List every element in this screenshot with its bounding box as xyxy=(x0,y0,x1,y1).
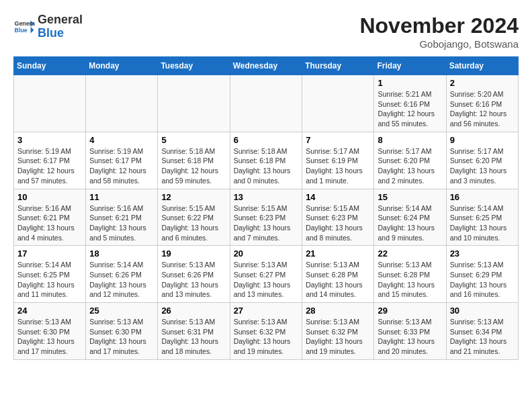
day-info: Sunrise: 5:20 AM Sunset: 6:16 PM Dayligh… xyxy=(450,89,515,129)
weekday-header-tuesday: Tuesday xyxy=(158,57,230,75)
day-cell-16: 16Sunrise: 5:14 AM Sunset: 6:25 PM Dayli… xyxy=(446,189,518,246)
day-cell-18: 18Sunrise: 5:14 AM Sunset: 6:26 PM Dayli… xyxy=(86,246,158,303)
day-info: Sunrise: 5:14 AM Sunset: 6:25 PM Dayligh… xyxy=(450,203,515,243)
day-number: 8 xyxy=(378,135,442,145)
calendar-table: SundayMondayTuesdayWednesdayThursdayFrid… xyxy=(13,56,519,360)
week-row-1: 1Sunrise: 5:21 AM Sunset: 6:16 PM Daylig… xyxy=(14,75,519,132)
day-number: 20 xyxy=(234,248,299,259)
day-info: Sunrise: 5:14 AM Sunset: 6:26 PM Dayligh… xyxy=(89,260,154,300)
day-info: Sunrise: 5:15 AM Sunset: 6:22 PM Dayligh… xyxy=(161,203,226,243)
day-cell-4: 4Sunrise: 5:19 AM Sunset: 6:17 PM Daylig… xyxy=(86,132,158,189)
day-info: Sunrise: 5:15 AM Sunset: 6:23 PM Dayligh… xyxy=(306,203,370,243)
day-number: 10 xyxy=(17,192,82,202)
empty-cell xyxy=(14,75,86,132)
day-number: 30 xyxy=(450,306,515,316)
weekday-header-monday: Monday xyxy=(86,57,158,75)
day-number: 9 xyxy=(450,135,515,145)
day-cell-3: 3Sunrise: 5:19 AM Sunset: 6:17 PM Daylig… xyxy=(14,132,86,189)
day-number: 29 xyxy=(378,306,442,316)
weekday-header-wednesday: Wednesday xyxy=(230,57,302,75)
day-number: 7 xyxy=(306,135,370,145)
day-number: 24 xyxy=(17,306,82,316)
day-cell-23: 23Sunrise: 5:13 AM Sunset: 6:29 PM Dayli… xyxy=(446,246,518,303)
day-number: 16 xyxy=(450,192,515,202)
day-cell-13: 13Sunrise: 5:15 AM Sunset: 6:23 PM Dayli… xyxy=(230,189,302,246)
day-number: 27 xyxy=(234,306,299,316)
day-cell-10: 10Sunrise: 5:16 AM Sunset: 6:21 PM Dayli… xyxy=(14,189,86,246)
day-info: Sunrise: 5:14 AM Sunset: 6:25 PM Dayligh… xyxy=(17,260,82,300)
day-cell-7: 7Sunrise: 5:17 AM Sunset: 6:19 PM Daylig… xyxy=(302,132,374,189)
logo-icon: General Blue xyxy=(13,16,35,38)
day-cell-28: 28Sunrise: 5:13 AM Sunset: 6:32 PM Dayli… xyxy=(302,303,374,360)
day-cell-27: 27Sunrise: 5:13 AM Sunset: 6:32 PM Dayli… xyxy=(230,303,302,360)
day-number: 11 xyxy=(89,192,154,202)
month-title: November 2024 xyxy=(359,13,519,38)
page-header: General Blue General Blue November 2024 … xyxy=(13,13,519,50)
day-number: 15 xyxy=(378,192,442,202)
day-cell-8: 8Sunrise: 5:17 AM Sunset: 6:20 PM Daylig… xyxy=(374,132,446,189)
day-number: 26 xyxy=(161,306,226,316)
day-info: Sunrise: 5:17 AM Sunset: 6:20 PM Dayligh… xyxy=(378,146,442,186)
day-number: 21 xyxy=(306,248,370,259)
location: Gobojango, Botswana xyxy=(359,38,519,50)
day-info: Sunrise: 5:14 AM Sunset: 6:24 PM Dayligh… xyxy=(378,203,442,243)
day-info: Sunrise: 5:13 AM Sunset: 6:28 PM Dayligh… xyxy=(378,260,442,300)
weekday-header-row: SundayMondayTuesdayWednesdayThursdayFrid… xyxy=(14,57,519,75)
week-row-4: 17Sunrise: 5:14 AM Sunset: 6:25 PM Dayli… xyxy=(14,246,519,303)
day-number: 6 xyxy=(234,135,299,145)
day-info: Sunrise: 5:13 AM Sunset: 6:30 PM Dayligh… xyxy=(17,317,82,357)
day-info: Sunrise: 5:13 AM Sunset: 6:33 PM Dayligh… xyxy=(378,317,442,357)
day-cell-25: 25Sunrise: 5:13 AM Sunset: 6:30 PM Dayli… xyxy=(86,303,158,360)
day-number: 23 xyxy=(450,248,515,259)
day-cell-15: 15Sunrise: 5:14 AM Sunset: 6:24 PM Dayli… xyxy=(374,189,446,246)
day-cell-17: 17Sunrise: 5:14 AM Sunset: 6:25 PM Dayli… xyxy=(14,246,86,303)
week-row-3: 10Sunrise: 5:16 AM Sunset: 6:21 PM Dayli… xyxy=(14,189,519,246)
day-number: 5 xyxy=(161,135,226,145)
day-number: 25 xyxy=(89,306,154,316)
day-number: 12 xyxy=(161,192,226,202)
day-number: 17 xyxy=(17,248,82,259)
day-info: Sunrise: 5:13 AM Sunset: 6:31 PM Dayligh… xyxy=(161,317,226,357)
empty-cell xyxy=(158,75,230,132)
week-row-2: 3Sunrise: 5:19 AM Sunset: 6:17 PM Daylig… xyxy=(14,132,519,189)
weekday-header-sunday: Sunday xyxy=(14,57,86,75)
day-number: 13 xyxy=(234,192,299,202)
day-number: 1 xyxy=(378,78,442,88)
weekday-header-thursday: Thursday xyxy=(302,57,374,75)
day-cell-1: 1Sunrise: 5:21 AM Sunset: 6:16 PM Daylig… xyxy=(374,75,446,132)
day-cell-9: 9Sunrise: 5:17 AM Sunset: 6:20 PM Daylig… xyxy=(446,132,518,189)
day-info: Sunrise: 5:18 AM Sunset: 6:18 PM Dayligh… xyxy=(234,146,299,186)
day-cell-24: 24Sunrise: 5:13 AM Sunset: 6:30 PM Dayli… xyxy=(14,303,86,360)
day-number: 14 xyxy=(306,192,370,202)
day-info: Sunrise: 5:13 AM Sunset: 6:26 PM Dayligh… xyxy=(161,260,226,300)
day-cell-22: 22Sunrise: 5:13 AM Sunset: 6:28 PM Dayli… xyxy=(374,246,446,303)
day-info: Sunrise: 5:17 AM Sunset: 6:20 PM Dayligh… xyxy=(450,146,515,186)
day-number: 28 xyxy=(306,306,370,316)
day-cell-21: 21Sunrise: 5:13 AM Sunset: 6:28 PM Dayli… xyxy=(302,246,374,303)
day-info: Sunrise: 5:19 AM Sunset: 6:17 PM Dayligh… xyxy=(89,146,154,186)
day-info: Sunrise: 5:16 AM Sunset: 6:21 PM Dayligh… xyxy=(17,203,82,243)
day-info: Sunrise: 5:16 AM Sunset: 6:21 PM Dayligh… xyxy=(89,203,154,243)
weekday-header-friday: Friday xyxy=(374,57,446,75)
empty-cell xyxy=(230,75,302,132)
day-info: Sunrise: 5:13 AM Sunset: 6:30 PM Dayligh… xyxy=(89,317,154,357)
day-number: 3 xyxy=(17,135,82,145)
day-cell-5: 5Sunrise: 5:18 AM Sunset: 6:18 PM Daylig… xyxy=(158,132,230,189)
day-info: Sunrise: 5:13 AM Sunset: 6:34 PM Dayligh… xyxy=(450,317,515,357)
day-info: Sunrise: 5:13 AM Sunset: 6:32 PM Dayligh… xyxy=(234,317,299,357)
svg-text:Blue: Blue xyxy=(15,27,28,34)
day-info: Sunrise: 5:13 AM Sunset: 6:28 PM Dayligh… xyxy=(306,260,370,300)
day-cell-2: 2Sunrise: 5:20 AM Sunset: 6:16 PM Daylig… xyxy=(446,75,518,132)
day-cell-14: 14Sunrise: 5:15 AM Sunset: 6:23 PM Dayli… xyxy=(302,189,374,246)
week-row-5: 24Sunrise: 5:13 AM Sunset: 6:30 PM Dayli… xyxy=(14,303,519,360)
day-info: Sunrise: 5:13 AM Sunset: 6:32 PM Dayligh… xyxy=(306,317,370,357)
day-cell-12: 12Sunrise: 5:15 AM Sunset: 6:22 PM Dayli… xyxy=(158,189,230,246)
day-cell-20: 20Sunrise: 5:13 AM Sunset: 6:27 PM Dayli… xyxy=(230,246,302,303)
day-cell-19: 19Sunrise: 5:13 AM Sunset: 6:26 PM Dayli… xyxy=(158,246,230,303)
day-info: Sunrise: 5:18 AM Sunset: 6:18 PM Dayligh… xyxy=(161,146,226,186)
day-cell-29: 29Sunrise: 5:13 AM Sunset: 6:33 PM Dayli… xyxy=(374,303,446,360)
day-info: Sunrise: 5:19 AM Sunset: 6:17 PM Dayligh… xyxy=(17,146,82,186)
day-info: Sunrise: 5:13 AM Sunset: 6:29 PM Dayligh… xyxy=(450,260,515,300)
day-number: 19 xyxy=(161,248,226,259)
logo: General Blue General Blue xyxy=(13,13,83,40)
